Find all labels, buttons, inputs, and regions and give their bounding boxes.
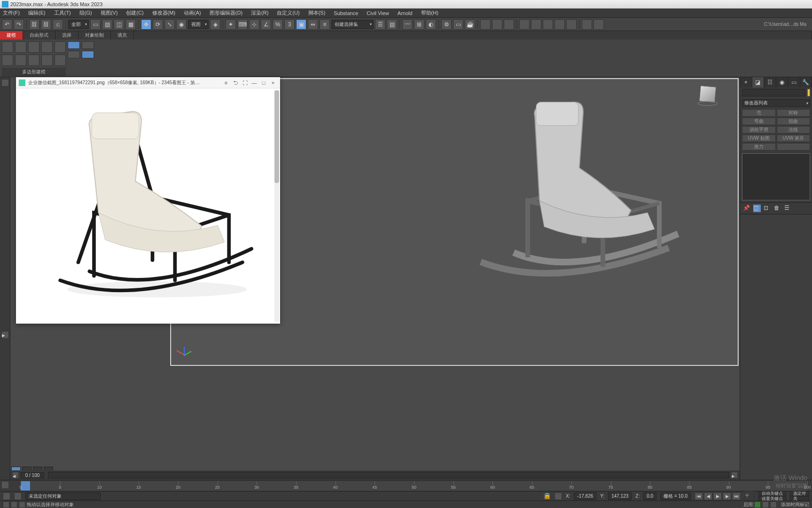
select-object-button[interactable]: ▭: [90, 19, 101, 30]
poly-btn-a[interactable]: [2, 55, 13, 66]
window-crossing-button[interactable]: ▦: [125, 19, 136, 30]
tb-extra-3[interactable]: [504, 19, 514, 30]
select-move-button[interactable]: ✥: [141, 19, 151, 30]
menu-arnold[interactable]: Arnold: [398, 10, 413, 16]
enable-toggle-1[interactable]: [754, 501, 761, 508]
render-button[interactable]: ☕: [465, 19, 475, 30]
prompt-icon-3[interactable]: [19, 501, 25, 508]
tb-extra-4[interactable]: [519, 19, 530, 30]
modifier-stack[interactable]: [742, 153, 810, 200]
scrollbar-thumb[interactable]: [274, 90, 279, 183]
select-rotate-button[interactable]: ⟳: [153, 19, 163, 30]
tb-extra-1[interactable]: [480, 19, 491, 30]
image-viewer-more-button[interactable]: ≡: [222, 79, 230, 87]
keyboard-button[interactable]: ⌨: [237, 19, 248, 30]
configure-sets-button[interactable]: ☰: [784, 205, 792, 212]
poly-edge-button[interactable]: [15, 41, 26, 53]
time-slider-track[interactable]: [48, 472, 729, 478]
mod-uvwunwrap-button[interactable]: UVW 展开: [777, 135, 811, 142]
image-viewer-restore-button[interactable]: ⮌: [231, 79, 240, 87]
angle-snap-button[interactable]: ∠: [261, 19, 271, 30]
menu-file[interactable]: 文件(F): [3, 9, 20, 16]
render-setup-button[interactable]: ⚙: [441, 19, 452, 30]
image-viewer-titlebar[interactable]: 企业微信截图_16811979472291.png（658×658像素, 169…: [16, 77, 280, 88]
selection-filter-dropdown[interactable]: 全部: [68, 20, 89, 29]
image-viewer-scrollbar[interactable]: [274, 90, 279, 322]
menu-script[interactable]: 脚本(S): [308, 9, 326, 16]
scene-explorer-expand[interactable]: ▶: [1, 331, 9, 339]
ribbon-tab-modeling[interactable]: 建模: [0, 31, 23, 40]
mod-symmetry-button[interactable]: 对称: [777, 109, 811, 117]
modifier-list-dropdown[interactable]: 修改器列表: [742, 99, 810, 107]
poly-btn-e[interactable]: [55, 55, 66, 66]
rib-toggle-2[interactable]: [82, 41, 94, 49]
menu-create[interactable]: 创建(C): [126, 9, 143, 16]
enable-toggle-3[interactable]: [770, 501, 777, 508]
poly-vertex-button[interactable]: [2, 41, 13, 53]
align-button[interactable]: ≡: [320, 19, 330, 30]
poly-btn-b[interactable]: [15, 55, 26, 66]
mod-shell-button[interactable]: 壳: [742, 109, 776, 117]
image-viewer-min-button[interactable]: —: [250, 79, 258, 87]
named-selection-dropdown[interactable]: 创建选择集: [331, 20, 374, 29]
menu-tools[interactable]: 工具(T): [54, 9, 71, 16]
select-place-button[interactable]: ◉: [176, 19, 187, 30]
menu-customize[interactable]: 自定义(U): [277, 9, 299, 16]
ref-coord-dropdown[interactable]: 视图: [188, 20, 209, 29]
mod-empty-button[interactable]: [777, 143, 811, 151]
poly-btn-d[interactable]: [41, 55, 53, 66]
select-scale-button[interactable]: ⤡: [164, 19, 175, 30]
layer-explorer-button[interactable]: ▤: [387, 19, 397, 30]
edit-named-sel-button[interactable]: ▣: [296, 19, 306, 30]
poly-polygon-button[interactable]: [41, 41, 53, 53]
cmd-tab-modify[interactable]: ◪: [752, 77, 765, 87]
mod-turbosmooth-button[interactable]: 涡轮平滑: [742, 126, 776, 134]
play-button[interactable]: ▶: [713, 492, 722, 500]
poly-element-button[interactable]: [55, 41, 66, 53]
rib-toggle-3[interactable]: [68, 51, 80, 58]
make-unique-button[interactable]: ⊡: [764, 205, 771, 212]
coord-z-input[interactable]: 0.0: [643, 492, 656, 500]
cmd-tab-utilities[interactable]: 🔧: [800, 77, 812, 87]
image-viewer-close-button[interactable]: ×: [269, 79, 277, 87]
rib-toggle-4[interactable]: [82, 51, 94, 58]
menu-help[interactable]: 帮助(H): [421, 9, 438, 16]
unlink-button[interactable]: ⛓: [41, 19, 51, 30]
curve-editor-button[interactable]: 〰: [402, 19, 413, 30]
coord-y-input[interactable]: 147.123: [608, 492, 632, 500]
select-region-button[interactable]: ◫: [114, 19, 124, 30]
tb-extra-2[interactable]: [492, 19, 502, 30]
time-slider-prev[interactable]: ◀: [12, 472, 19, 478]
tb-extra-7[interactable]: [554, 19, 565, 30]
render-frame-button[interactable]: ▭: [453, 19, 463, 30]
lock-selection-button[interactable]: 🔒: [543, 492, 551, 500]
timeline-current-marker[interactable]: [21, 481, 30, 491]
mod-normal-button[interactable]: 法线: [777, 126, 811, 134]
menu-group[interactable]: 组(G): [79, 9, 92, 16]
rib-toggle-1[interactable]: [68, 41, 80, 49]
ribbon-tab-freeform[interactable]: 自由形式: [23, 31, 55, 40]
tb-extra-9[interactable]: [582, 19, 592, 30]
goto-end-button[interactable]: ⏭: [732, 492, 741, 500]
mod-twist-button[interactable]: 扭曲: [777, 118, 811, 125]
cmd-tab-hierarchy[interactable]: ☷: [764, 77, 776, 87]
pin-stack-button[interactable]: 📌: [743, 205, 750, 212]
manipulate-button[interactable]: ✦: [226, 19, 236, 30]
tb-extra-10[interactable]: [593, 19, 604, 30]
tb-extra-8[interactable]: [566, 19, 577, 30]
bind-button[interactable]: ⎌: [53, 19, 63, 30]
link-button[interactable]: ⛓: [29, 19, 39, 30]
image-viewer-window[interactable]: 企业微信截图_16811979472291.png（658×658像素, 169…: [16, 77, 280, 324]
menu-substance[interactable]: Substance: [334, 10, 358, 16]
snap-button[interactable]: ⊹: [249, 19, 259, 30]
percent-snap-button[interactable]: %: [273, 19, 283, 30]
auto-key-button[interactable]: 自动关键点: [758, 491, 786, 496]
object-name-input[interactable]: [742, 89, 805, 96]
cmd-tab-display[interactable]: ▭: [788, 77, 800, 87]
menu-view[interactable]: 视图(V): [101, 9, 118, 16]
menu-civilview[interactable]: Civil View: [367, 10, 389, 16]
redo-button[interactable]: ↷: [14, 19, 24, 30]
prompt-icon-2[interactable]: [11, 501, 17, 508]
mod-bend-button[interactable]: 弯曲: [742, 118, 776, 125]
cmd-tab-motion[interactable]: ◉: [776, 77, 789, 87]
